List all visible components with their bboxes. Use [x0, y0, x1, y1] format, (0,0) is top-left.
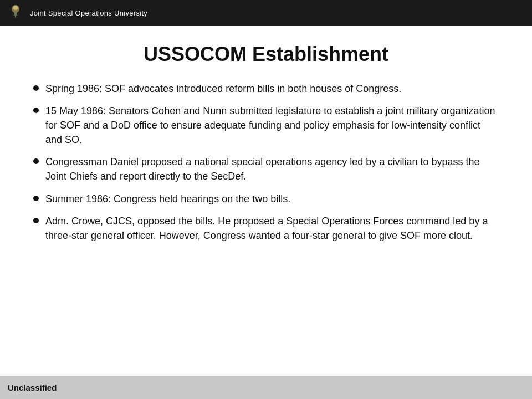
bullet-list: Spring 1986: SOF advocates introduced re… [33, 81, 499, 243]
slide-title: USSOCOM Establishment [33, 43, 499, 66]
header-bar: Joint Special Operations University [0, 0, 532, 26]
bullet-dot [33, 218, 39, 223]
header-title: Joint Special Operations University [30, 9, 147, 17]
list-item: Summer 1986: Congress held hearings on t… [33, 192, 499, 206]
list-item: Congressman Daniel proposed a national s… [33, 155, 499, 183]
bullet-dot [33, 108, 39, 113]
header-logo: Joint Special Operations University [6, 3, 147, 23]
bullet-text: Adm. Crowe, CJCS, opposed the bills. He … [45, 214, 499, 243]
bullet-dot [33, 196, 39, 201]
svg-point-2 [13, 6, 18, 10]
list-item: 15 May 1986: Senators Cohen and Nunn sub… [33, 104, 499, 147]
slide: Joint Special Operations University USSO… [0, 0, 532, 399]
bullet-dot [33, 85, 39, 91]
logo-icon [6, 3, 25, 23]
classification-label: Unclassified [8, 383, 57, 392]
main-content: USSOCOM Establishment Spring 1986: SOF a… [0, 26, 532, 376]
bullet-text: 15 May 1986: Senators Cohen and Nunn sub… [45, 104, 499, 147]
bullet-dot [33, 158, 39, 164]
bullet-text: Spring 1986: SOF advocates introduced re… [45, 81, 499, 96]
bullet-text: Summer 1986: Congress held hearings on t… [45, 192, 499, 206]
list-item: Spring 1986: SOF advocates introduced re… [33, 81, 499, 96]
bullet-text: Congressman Daniel proposed a national s… [45, 155, 499, 183]
footer-bar: Unclassified [0, 376, 532, 399]
list-item: Adm. Crowe, CJCS, opposed the bills. He … [33, 214, 499, 243]
